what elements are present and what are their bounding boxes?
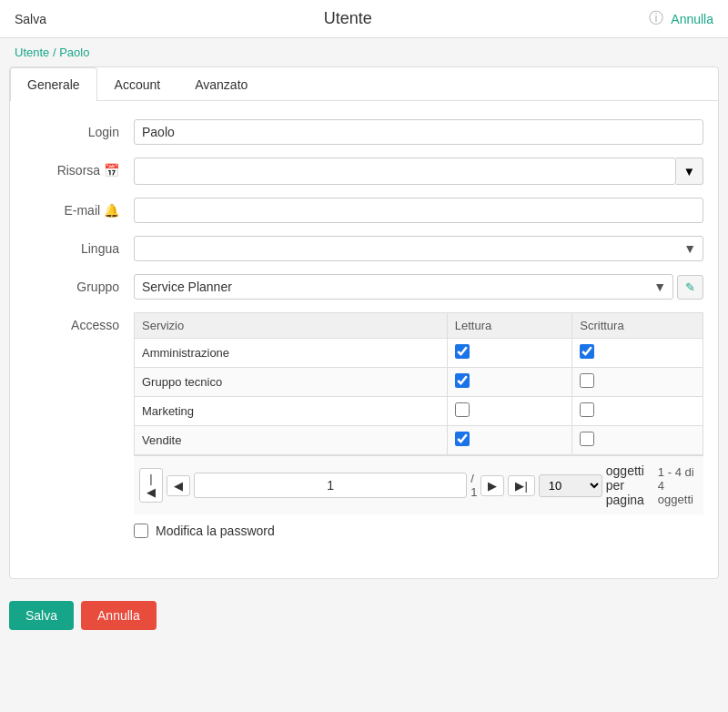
top-save-link[interactable]: Salva	[15, 12, 46, 26]
chevron-down-icon: ▼	[683, 165, 695, 178]
save-button[interactable]: Salva	[9, 601, 74, 630]
gruppo-label: Gruppo	[25, 274, 134, 294]
page-title: Utente	[324, 9, 372, 28]
scrittura-checkbox[interactable]	[580, 344, 594, 359]
breadcrumb-utente[interactable]: Utente	[15, 46, 49, 59]
risorsa-dropdown-btn[interactable]: ▼	[676, 158, 703, 185]
risorsa-icon: 📅	[104, 163, 119, 178]
accesso-control: Servizio Lettura Scrittura Amministrazio…	[134, 312, 703, 547]
table-row: Gruppo tecnico	[135, 368, 703, 397]
lingua-select-wrap: Italiano English Français Deutsch ▼	[134, 236, 703, 261]
modifica-password-row: Modifica la password	[134, 514, 703, 547]
breadcrumb-paolo: Paolo	[59, 46, 89, 59]
accesso-scrittura-cell	[572, 368, 703, 397]
page-prev-btn[interactable]: ◀	[167, 475, 190, 496]
accesso-header-row: Servizio Lettura Scrittura	[135, 313, 703, 339]
col-header-lettura: Lettura	[447, 313, 572, 339]
accesso-lettura-cell	[447, 368, 572, 397]
accesso-servizio-cell: Gruppo tecnico	[135, 368, 448, 397]
footer-buttons: Salva Annulla	[0, 588, 728, 643]
per-page-select[interactable]: 10 25 50 100	[539, 474, 602, 497]
lettura-checkbox[interactable]	[455, 344, 470, 359]
bell-icon: 🔔	[104, 203, 119, 218]
cancel-button[interactable]: Annulla	[81, 601, 157, 630]
page-first-btn[interactable]: |◀	[139, 468, 163, 503]
accesso-row: Accesso Servizio Lettura Scrittura Ammin…	[25, 312, 703, 547]
accesso-servizio-cell: Vendite	[135, 426, 448, 455]
accesso-servizio-cell: Marketing	[135, 397, 448, 426]
accesso-lettura-cell	[447, 426, 572, 455]
items-per-page-label: oggetti per pagina	[606, 463, 654, 507]
tab-content-generale: Login Risorsa 📅 ▼ E-mail 🔔	[10, 101, 718, 578]
edit-icon: ✎	[685, 280, 695, 294]
email-row: E-mail 🔔	[25, 198, 703, 223]
email-control	[134, 198, 703, 223]
gruppo-control: Service Planner Admin User ▼ ✎	[134, 274, 703, 300]
gruppo-row: Gruppo Service Planner Admin User ▼ ✎	[25, 274, 703, 300]
login-row: Login	[25, 119, 703, 145]
risorsa-input[interactable]	[134, 158, 676, 185]
lingua-control: Italiano English Français Deutsch ▼	[134, 236, 703, 261]
gruppo-select-wrap: Service Planner Admin User ▼	[134, 274, 673, 300]
tab-avanzato[interactable]: Avanzato	[177, 67, 265, 101]
col-header-scrittura: Scrittura	[572, 313, 703, 339]
login-control	[134, 119, 703, 145]
table-row: Amministrazione	[135, 339, 703, 368]
risorsa-label: Risorsa 📅	[25, 158, 134, 178]
scrittura-checkbox[interactable]	[580, 373, 594, 388]
modifica-password-label[interactable]: Modifica la password	[156, 524, 275, 538]
lingua-label: Lingua	[25, 236, 134, 256]
accesso-lettura-cell	[447, 339, 572, 368]
page-info-label: 1 - 4 di 4 oggetti	[658, 465, 698, 506]
gruppo-edit-button[interactable]: ✎	[677, 275, 703, 300]
risorsa-wrap: ▼	[134, 158, 703, 185]
accesso-servizio-cell: Amministrazione	[135, 339, 448, 368]
accesso-pagination: |◀ ◀ / 1 ▶ ▶| 10 25 50 100 oggetti per p…	[134, 455, 703, 514]
email-input[interactable]	[134, 198, 703, 223]
login-label: Login	[25, 119, 134, 139]
accesso-scrittura-cell	[572, 339, 703, 368]
email-label: E-mail 🔔	[25, 198, 134, 218]
tab-account[interactable]: Account	[97, 67, 178, 101]
lingua-row: Lingua Italiano English Français Deutsch…	[25, 236, 703, 261]
lettura-checkbox[interactable]	[455, 402, 470, 417]
tabs: Generale Account Avanzato	[10, 67, 718, 101]
lettura-checkbox[interactable]	[455, 432, 470, 446]
page-number-input[interactable]	[194, 473, 467, 498]
table-row: Marketing	[135, 397, 703, 426]
page-next-btn[interactable]: ▶	[480, 475, 504, 496]
breadcrumb: Utente / Paolo	[0, 38, 728, 66]
tab-generale[interactable]: Generale	[10, 67, 97, 101]
lingua-select[interactable]: Italiano English Français Deutsch	[134, 236, 703, 261]
main-card: Generale Account Avanzato Login Risorsa …	[9, 66, 719, 579]
page-total-label: / 1	[470, 472, 477, 499]
lettura-checkbox[interactable]	[455, 373, 470, 388]
col-header-servizio: Servizio	[135, 313, 448, 339]
scrittura-checkbox[interactable]	[580, 402, 594, 417]
top-bar: Salva Utente ⓘ Annulla	[0, 0, 728, 38]
accesso-scrittura-cell	[572, 397, 703, 426]
accesso-lettura-cell	[447, 397, 572, 426]
gruppo-select[interactable]: Service Planner Admin User	[134, 274, 673, 300]
accesso-label: Accesso	[25, 312, 134, 332]
top-cancel-link[interactable]: Annulla	[671, 12, 713, 26]
top-right: ⓘ Annulla	[649, 9, 713, 28]
modifica-password-checkbox[interactable]	[134, 524, 148, 538]
page-last-btn[interactable]: ▶|	[508, 475, 534, 496]
risorsa-control: ▼	[134, 158, 703, 185]
accesso-table: Servizio Lettura Scrittura Amministrazio…	[134, 312, 703, 455]
gruppo-wrap: Service Planner Admin User ▼ ✎	[134, 274, 703, 300]
accesso-scrittura-cell	[572, 426, 703, 455]
risorsa-row: Risorsa 📅 ▼	[25, 158, 703, 185]
table-row: Vendite	[135, 426, 703, 455]
scrittura-checkbox[interactable]	[580, 432, 594, 446]
login-input[interactable]	[134, 119, 703, 145]
help-icon[interactable]: ⓘ	[649, 9, 663, 28]
